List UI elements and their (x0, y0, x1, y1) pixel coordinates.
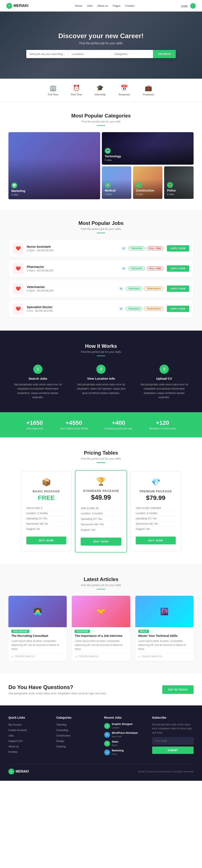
footer-cat-1[interactable]: Consulting (56, 729, 68, 732)
tech-icon: 💻 (105, 148, 111, 154)
marketing-icon: 📊 (11, 183, 17, 188)
job-type-freelance[interactable]: 💼 Freelance (143, 85, 154, 96)
recent-job-location-0: London (112, 726, 120, 729)
construction-icon: 🏗️ (136, 182, 142, 188)
nav-contact[interactable]: Contact (125, 4, 134, 7)
job-type-internship[interactable]: 🎓 Internship (95, 85, 106, 96)
apply-btn-0[interactable]: APPLY NOW (167, 245, 189, 251)
job-tag-type-3: TEMPORARY (144, 307, 163, 311)
premium-buy-btn[interactable]: BUY NOW (136, 536, 176, 544)
search-button[interactable]: SEARCH (153, 50, 176, 58)
apply-btn-3[interactable]: APPLY NOW (167, 306, 189, 312)
footer-ql-3[interactable]: Support 24/7 (8, 740, 23, 743)
nav-jobs[interactable]: Jobs (87, 4, 93, 7)
hiw-title: How It Works (8, 343, 194, 349)
nav-links: Home Jobs About us Pages Contact (75, 4, 134, 7)
job-card-1: ❤️ Pharmacist 3 Open · $3,000-$6,000 B T… (8, 260, 194, 277)
stats-section: +1650 Jobs Approved +4550 Jobs Added Eve… (0, 412, 202, 437)
footer-ql-4[interactable]: About Us (8, 745, 19, 748)
nav-home[interactable]: Home (75, 4, 82, 7)
recent-job-location-2: Berlin (112, 744, 118, 747)
footer-cat-4[interactable]: Catering (56, 745, 66, 748)
job-card-2: ❤️ Veterinarian 8 Open · $4,000-$8,000 B… (8, 280, 194, 298)
author-name-0: TRADER MARCUS (15, 655, 35, 658)
standard-feat-1: Location: 3 months (81, 511, 121, 517)
job-tag-type-2: TEMPORARY (144, 286, 163, 291)
subscribe-form: SUBMIT (152, 737, 194, 754)
category-input[interactable] (111, 50, 153, 58)
footer-ql-1[interactable]: Create Accounts (8, 729, 27, 732)
article-tag-2: SKILLS (138, 630, 149, 633)
recent-job-title-3: Marketing (112, 749, 124, 752)
job-type-fulltime[interactable]: 🏢 Full-Time (48, 85, 58, 96)
pricing-section: Pricing Tables Find the perfect job for … (0, 437, 202, 564)
basic-buy-btn[interactable]: BUY NOW (26, 536, 66, 544)
logo[interactable]: MERAKI (6, 3, 28, 9)
footer-cat-2[interactable]: Construction (56, 734, 71, 737)
job-type-temporary[interactable]: 📅 Temporary (118, 85, 130, 96)
step-number-0: 1 (33, 365, 43, 374)
article-title-1: The Importance of a Job Interview (75, 634, 127, 638)
job-type-parttime[interactable]: ⏰ Part-Time (71, 85, 82, 96)
stat-label-0: Jobs Approved (26, 427, 43, 430)
footer-cat-0[interactable]: Teaching (56, 723, 67, 726)
footer-cat-3[interactable]: Design (56, 740, 64, 743)
cart-icon[interactable]: 🛒 (190, 3, 196, 9)
apply-btn-2[interactable]: APPLY NOW (167, 285, 189, 292)
login-link[interactable]: Login (181, 4, 188, 7)
step-title-0: Search Jobs (12, 377, 63, 380)
article-img-1: 🤝 (72, 596, 130, 627)
category-marketing[interactable]: 📊 Marketing 3 Jobs (8, 132, 100, 199)
stat-number-3: +120 (149, 420, 176, 426)
job-logo-1: ❤️ (13, 263, 23, 274)
standard-buy-btn[interactable]: BUY NOW (81, 537, 121, 546)
footer-ql-5[interactable]: Portfolio (8, 750, 18, 753)
nav-pages[interactable]: Pages (112, 4, 120, 7)
recent-job-0: G Graphic Designer London (104, 723, 146, 730)
footer-quick-links: Quick Links My Account Create Accounts J… (8, 716, 50, 758)
search-input[interactable] (26, 50, 68, 58)
get-touch-button[interactable]: GET IN TOUCH (162, 685, 194, 694)
footer-bottom: MERAKI Meraki Theme by InnovaThemes. All… (8, 764, 194, 774)
marketing-name: Marketing (11, 189, 25, 192)
premium-icon: 💎 (136, 478, 176, 487)
apply-btn-1[interactable]: APPLY NOW (167, 265, 189, 272)
category-medical[interactable]: 🏥 Medical 3 Jobs (102, 166, 131, 199)
cta-subtitle: Sed perspiciatis unde omnis natus error … (8, 692, 107, 695)
footer-ql-title: Quick Links (8, 716, 50, 719)
article-body-2: Master Your Technical Skills Lorem ipsum… (135, 634, 194, 661)
footer-ql-2[interactable]: Jobs (8, 734, 14, 737)
step-number-2: 3 (159, 365, 169, 374)
nav-about[interactable]: About us (97, 4, 108, 7)
article-author-1: — TRADER MARCUS (75, 653, 127, 658)
category-police[interactable]: 👮 Police 8 Jobs (164, 166, 194, 199)
hiw-step-0: 1 Search Jobs Sed perspiciatis unde omni… (12, 365, 63, 400)
basic-feat-2: Uploading CV: Yes (26, 516, 66, 521)
step-desc-0: Sed perspiciatis unde omnis natus error … (12, 382, 63, 400)
categories-title: Most Popular Categories (8, 113, 194, 119)
hiw-steps: 1 Search Jobs Sed perspiciatis unde omni… (8, 365, 194, 400)
categories-bottom-row: 🏥 Medical 3 Jobs 🏗️ Construction 6 Jobs (102, 166, 194, 199)
articles-header: Latest Articles Find the perfect job for… (8, 577, 194, 589)
stat-1: +4550 Jobs Added Every Month (60, 420, 88, 430)
job-logo-2: ❤️ (13, 283, 23, 294)
footer-ql-0[interactable]: My Account (8, 723, 22, 726)
job-tag-trending-0: TRENDING (128, 246, 145, 250)
standard-name: Standard Package (81, 489, 121, 492)
job-tag-trending-2: TRENDING (126, 286, 143, 291)
article-excerpt-0: Lorem ipsum dolor sit amet, consectetur … (11, 639, 64, 651)
location-input[interactable] (69, 50, 111, 58)
hiw-subtitle: Find the perfect job for your skills (8, 350, 194, 353)
footer-cat-title: Categories (56, 716, 98, 719)
premium-feat-2: Uploading CV: Yes (136, 516, 176, 521)
category-construction[interactable]: 🏗️ Construction 6 Jobs (133, 166, 162, 199)
footer-recent-jobs: Recent Jobs G Graphic Designer London W … (104, 716, 146, 758)
standard-feat-0: Jobs to Add: 30 (81, 505, 121, 511)
step-desc-2: Sed perspiciatis unde omnis natus error … (139, 382, 190, 400)
category-tech[interactable]: 💻 Technology 5 Jobs (102, 132, 194, 165)
pricing-standard: 🏆 Standard Package $49.99 Jobs to Add: 3… (75, 470, 127, 552)
subscribe-button[interactable]: SUBMIT (152, 747, 194, 754)
author-name-1: TRADER MARCUS (78, 655, 99, 658)
job-logo-0: ❤️ (13, 243, 23, 254)
subscribe-email[interactable] (152, 737, 194, 744)
